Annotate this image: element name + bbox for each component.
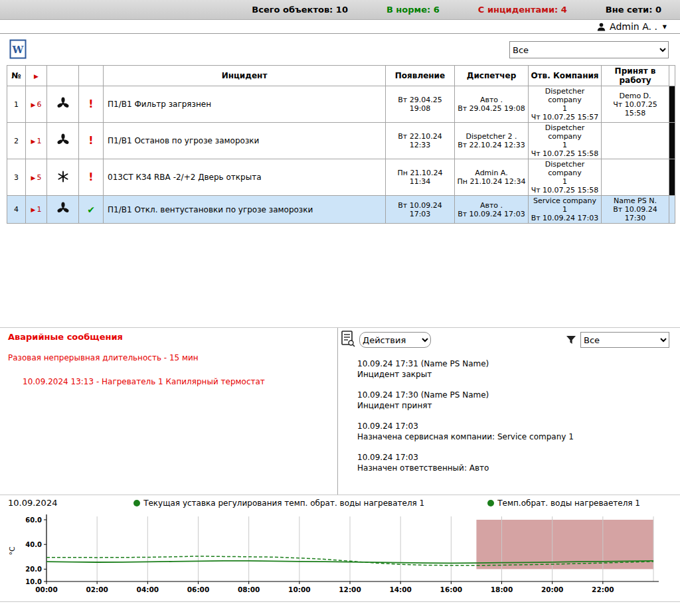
cell-num: 1 xyxy=(7,86,26,123)
log-entries: 10.09.24 17:31 (Name PS Name) Инцидент з… xyxy=(357,358,669,473)
cell-dispatcher: Dispetcher 2 . Вт 22.10.24 12:33 xyxy=(455,123,529,159)
log-entry-time: 10.09.24 17:03 xyxy=(357,452,669,463)
word-icon: W xyxy=(9,39,27,59)
log-entry: 10.09.24 17:03 Назначена сервисная компа… xyxy=(357,421,669,442)
fan-icon xyxy=(56,133,70,147)
panel-divider xyxy=(337,328,338,495)
incident-row-selected[interactable]: 4 ▶1 ✔ П1/В1 Откл. вентустановки по угро… xyxy=(7,196,675,224)
cell-dispatcher: Авто . Вт 29.04.25 19:08 xyxy=(455,86,529,123)
alarm-message[interactable]: 10.09.2024 13:13 - Нагреватель 1 Капиляр… xyxy=(8,377,327,386)
header-accepted: Принят в работу xyxy=(602,66,669,86)
section-divider xyxy=(0,327,680,328)
incidents-objects-stat: С инцидентами: 4 xyxy=(478,5,567,15)
legend-item: Текущая уставка регулирования темп. обра… xyxy=(133,499,424,508)
log-entry-time: 10.09.24 17:03 xyxy=(357,421,669,431)
marker-count: 5 xyxy=(37,173,41,182)
cell-company: Dispetcher company 1 Чт 10.07.25 15:58 xyxy=(529,123,602,159)
marker-icon: ▶ xyxy=(31,102,36,108)
x-tick-label: 20:00 xyxy=(541,585,563,593)
svg-text:W: W xyxy=(12,44,25,56)
cell-type-icon xyxy=(47,123,79,159)
cell-num: 4 xyxy=(7,196,26,224)
legend-label: Текущая уставка регулирования темп. обра… xyxy=(143,499,424,508)
user-name: Admin A. . xyxy=(610,21,657,32)
check-icon: ✔ xyxy=(87,204,95,215)
cell-status: ✔ xyxy=(79,196,104,224)
user-menu[interactable]: Admin A. . ▼ xyxy=(597,21,667,32)
app-window: Всего объектов: 10 В норме: 6 С инцидент… xyxy=(0,0,680,616)
y-tick-label: 40.0 xyxy=(25,541,42,548)
cell-marker: ▶6 xyxy=(26,86,47,123)
object-filter-select[interactable]: Все xyxy=(509,41,669,58)
cell-appeared: Вт 10.09.24 17:03 xyxy=(386,196,455,224)
y-tick-label: 20.0 xyxy=(25,566,42,573)
table-header-row: № ▶ Инцидент Появление Диспетчер Отв. Ко… xyxy=(7,66,675,86)
legend-dot xyxy=(133,500,140,506)
log-entry: 10.09.24 17:03 Назначен ответственный: А… xyxy=(357,452,669,473)
offline-objects-stat: Вне сети: 0 xyxy=(606,5,661,15)
x-tick-label: 16:00 xyxy=(440,585,462,593)
filter-funnel-icon[interactable] xyxy=(566,335,576,345)
x-tick-label: 00:00 xyxy=(35,585,57,593)
actions-log-icon xyxy=(341,330,355,350)
actions-select[interactable]: Действия xyxy=(359,332,431,348)
x-tick-label: 06:00 xyxy=(187,585,209,593)
incident-row[interactable]: 2 ▶1 ! П1/В1 Останов по угрозе заморозки… xyxy=(7,123,675,159)
fan-icon xyxy=(56,97,70,110)
cell-company: Dispetcher company 1 Чт 10.07.25 15:58 xyxy=(529,159,602,196)
table-scrollbar[interactable] xyxy=(669,196,675,224)
cell-appeared: Пн 21.10.24 11:34 xyxy=(386,159,455,196)
cell-incident: П1/В1 Откл. вентустановки по угрозе замо… xyxy=(104,196,386,224)
chart-legend: Текущая уставка регулирования темп. обра… xyxy=(133,499,672,508)
cell-dispatcher: Admin A. Пн 21.10.24 12:34 xyxy=(455,159,529,196)
cell-accepted xyxy=(602,159,669,196)
legend-label: Темп.обрат. воды нагреваетеля 1 xyxy=(497,499,640,508)
cell-accepted xyxy=(602,123,669,159)
header-type-icon xyxy=(47,66,79,86)
user-bar: Admin A. . ▼ xyxy=(0,20,680,34)
cell-accepted: Demo D. Чт 10.07.25 15:58 xyxy=(602,86,669,123)
table-scrollbar[interactable] xyxy=(669,159,675,196)
cell-incident: П1/В1 Фильтр загрязнен xyxy=(104,86,386,123)
log-entry-text: Назначена сервисная компании: Service co… xyxy=(357,431,669,442)
export-word-button[interactable]: W xyxy=(9,39,27,59)
table-scrollbar[interactable] xyxy=(669,86,675,123)
chart-header: 10.09.2024 Текущая уставка регулирования… xyxy=(8,498,672,508)
cell-incident: П1/В1 Останов по угрозе заморозки xyxy=(104,123,386,159)
table-scrollbar[interactable] xyxy=(669,66,675,86)
cell-status: ! xyxy=(79,86,104,123)
cell-type-icon xyxy=(47,159,79,196)
incident-row[interactable]: 3 ▶5 ! 013СТ К34 RBA -2/+2 Дверь открыта… xyxy=(7,159,675,196)
log-entry: 10.09.24 17:31 (Name PS Name) Инцидент з… xyxy=(357,358,669,380)
legend-item: Темп.обрат. воды нагреваетеля 1 xyxy=(487,499,640,508)
marker-count: 6 xyxy=(37,100,41,109)
alarm-messages-panel: Аварийные сообщения Разовая непрерывная … xyxy=(8,329,327,386)
marker-icon: ▶ xyxy=(31,138,36,145)
chevron-down-icon: ▼ xyxy=(663,24,667,30)
alarm-icon: ! xyxy=(88,134,93,147)
log-filter-select[interactable]: Все xyxy=(580,332,669,348)
marker-icon: ▶ xyxy=(34,73,39,80)
chart-date-label: 10.09.2024 xyxy=(8,498,57,508)
x-tick-label: 02:00 xyxy=(86,585,108,593)
cell-type-icon xyxy=(47,196,79,224)
incident-log-panel: Действия Все 10.09.24 17:31 (Name PS Nam… xyxy=(340,329,675,483)
header-dispatcher: Диспетчер xyxy=(455,66,529,86)
log-entry-time: 10.09.24 17:30 (Name PS Name) xyxy=(357,390,669,400)
marker-icon: ▶ xyxy=(31,175,36,181)
log-entry-time: 10.09.24 17:31 (Name PS Name) xyxy=(357,358,669,369)
total-objects-stat: Всего объектов: 10 xyxy=(252,5,348,15)
table-scrollbar[interactable] xyxy=(669,123,675,159)
header-incident: Инцидент xyxy=(104,66,386,86)
cell-marker: ▶1 xyxy=(26,196,47,224)
cell-appeared: Вт 29.04.25 19:08 xyxy=(386,86,455,123)
incident-row[interactable]: 1 ▶6 ! П1/В1 Фильтр загрязнен Вт 29.04.2… xyxy=(7,86,675,123)
x-tick-label: 14:00 xyxy=(389,585,411,593)
header-company: Отв. Компания xyxy=(529,66,602,86)
cell-marker: ▶5 xyxy=(26,159,47,196)
log-entry-text: Инцидент принят xyxy=(357,400,669,411)
temperature-chart: °C 60.040.020.010.000:0002:0004:0006:000… xyxy=(7,510,675,599)
log-entry: 10.09.24 17:30 (Name PS Name) Инцидент п… xyxy=(357,390,669,411)
cell-dispatcher: Авто . Вт 10.09.24 17:03 xyxy=(455,196,529,224)
cell-num: 2 xyxy=(7,123,26,159)
